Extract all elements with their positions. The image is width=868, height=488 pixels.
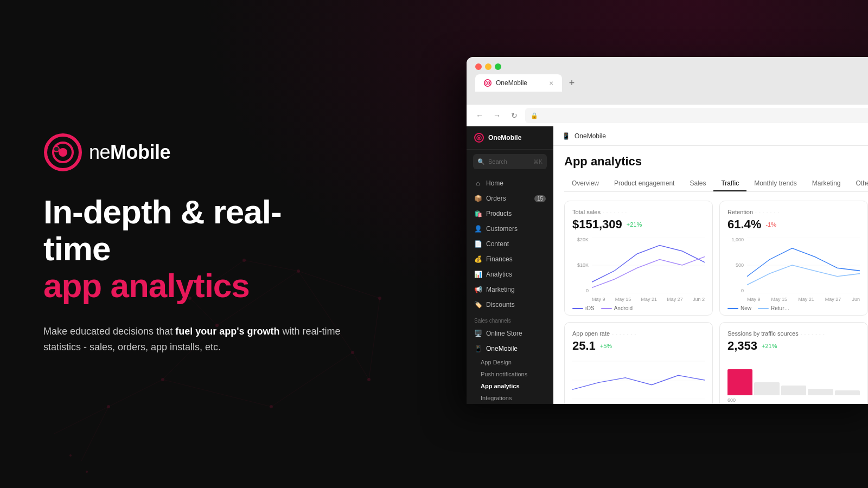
sessions-title: Sessions by traffic sources <box>727 330 860 337</box>
legend-line-return <box>758 308 769 309</box>
total-sales-title: Total sales <box>572 209 705 215</box>
sidebar-item-online-store[interactable]: 🖥️ Online Store <box>467 326 553 341</box>
orders-badge: 15 <box>534 195 546 202</box>
app-open-rate-card: App open rate 25.1 +5% <box>564 322 713 404</box>
app-open-rate-chart: 1,000 <box>572 358 705 404</box>
sessions-chart: 600 <box>727 358 860 404</box>
svg-point-29 <box>54 146 59 152</box>
page-content: App analytics Overview Product engagemen… <box>553 146 868 404</box>
app-open-rate-value: 25.1 +5% <box>572 339 705 353</box>
refresh-button[interactable]: ↻ <box>508 109 521 122</box>
legend-ios: iOS <box>572 305 595 311</box>
sessions-change: +21% <box>762 343 777 349</box>
tab-sales[interactable]: Sales <box>682 176 713 191</box>
search-icon: 🔍 <box>477 158 485 165</box>
retention-card: Retention 61.4% -1% 1,000 500 0 <box>719 201 868 316</box>
forward-button[interactable]: → <box>490 109 503 122</box>
sidebar-item-home[interactable]: ⌂ Home <box>467 176 553 191</box>
sidebar-item-label: Online Store <box>486 330 522 337</box>
sidebar-nav: ⌂ Home 📦 Orders 15 🛍️ Products 👤 Custome… <box>467 174 553 404</box>
back-button[interactable]: ← <box>473 109 486 122</box>
address-bar[interactable]: 🔒 <box>525 108 868 123</box>
sidebar-sub-integrations[interactable]: Integrations <box>467 392 553 404</box>
sidebar-sub-app-analytics[interactable]: App analytics <box>467 380 553 392</box>
tab-marketing[interactable]: Marketing <box>805 176 848 191</box>
maximize-button[interactable] <box>495 63 501 70</box>
sidebar-item-marketing[interactable]: 📢 Marketing <box>467 282 553 297</box>
breadcrumb-icon: 📱 <box>562 132 570 140</box>
y-label-bot: 0 <box>572 288 589 293</box>
logo-icon <box>43 133 82 172</box>
close-button[interactable] <box>475 63 482 70</box>
retention-chart: 1,000 500 0 <box>727 237 860 311</box>
tab-bar: OneMobile ✕ + <box>475 74 868 92</box>
retention-chart-container: 1,000 500 0 <box>727 237 860 302</box>
search-shortcut: ⌘K <box>533 159 542 165</box>
open-rate-svg <box>572 358 705 402</box>
sidebar-header: OneMobile <box>467 126 553 150</box>
legend-line-android <box>601 308 612 309</box>
page-title: App analytics <box>564 155 868 169</box>
breadcrumb: OneMobile <box>575 132 606 140</box>
legend-android: Android <box>601 305 633 311</box>
chart-container: $20K $10K 0 <box>572 237 705 302</box>
sidebar-item-content[interactable]: 📄 Content <box>467 236 553 252</box>
online-store-icon: 🖥️ <box>474 330 482 337</box>
browser-chrome: OneMobile ✕ + <box>467 57 868 105</box>
y-label-mid: $10K <box>572 262 589 268</box>
legend-return: Retur… <box>758 305 789 311</box>
legend-line-ios <box>572 308 583 309</box>
tab-overview[interactable]: Overview <box>564 176 607 191</box>
sidebar-item-label: Customers <box>486 225 518 233</box>
new-tab-button[interactable]: + <box>564 75 579 91</box>
retention-change: -1% <box>765 221 776 228</box>
tab-close-button[interactable]: ✕ <box>549 80 553 86</box>
total-sales-change: +21% <box>627 221 642 228</box>
sidebar-sub-app-design[interactable]: App Design <box>467 356 553 368</box>
sidebar-logo <box>474 133 484 143</box>
chart-legend: iOS Android <box>572 305 705 311</box>
search-input-wrapper[interactable]: 🔍 Search ⌘K <box>473 154 547 169</box>
x-axis: May 9 May 15 May 21 May 27 Jun 2 <box>592 297 705 302</box>
total-sales-svg <box>592 237 705 293</box>
sales-channels-title: Sales channels <box>467 312 553 326</box>
sidebar-search-area: 🔍 Search ⌘K <box>467 150 553 174</box>
marketing-icon: 📢 <box>474 286 482 293</box>
products-icon: 🛍️ <box>474 210 482 217</box>
sidebar-item-label: OneMobile <box>486 345 518 352</box>
search-placeholder: Search <box>488 158 507 165</box>
tab-title: OneMobile <box>496 79 527 87</box>
retention-legend: New Retur… <box>727 305 860 311</box>
sidebar-item-onemobile[interactable]: 📱 OneMobile <box>467 341 553 356</box>
sidebar-sub-push-notifications[interactable]: Push notifications <box>467 368 553 380</box>
sidebar-item-orders[interactable]: 📦 Orders 15 <box>467 191 553 206</box>
sidebar-item-label: Products <box>486 210 512 217</box>
retention-title: Retention <box>727 209 860 215</box>
app-open-rate-change: +5% <box>600 343 612 349</box>
sidebar-item-discounts[interactable]: 🏷️ Discounts <box>467 297 553 312</box>
minimize-button[interactable] <box>485 63 492 70</box>
tab-product-engagement[interactable]: Product engagement <box>607 176 682 191</box>
browser-tab[interactable]: OneMobile ✕ <box>475 74 562 92</box>
tab-monthly-trends[interactable]: Monthly trends <box>746 176 805 191</box>
tab-others[interactable]: Others <box>848 176 868 191</box>
discounts-icon: 🏷️ <box>474 301 482 309</box>
top-bar: 📱 OneMobile <box>553 126 868 146</box>
sidebar-item-label: Home <box>486 179 503 187</box>
sidebar-item-customers[interactable]: 👤 Customers <box>467 221 553 236</box>
y-axis-retention: 1,000 500 0 <box>727 237 744 293</box>
legend-new: New <box>727 305 751 311</box>
traffic-lights <box>475 63 868 70</box>
sidebar-item-products[interactable]: 🛍️ Products <box>467 206 553 221</box>
tab-traffic[interactable]: Traffic <box>713 176 746 191</box>
tab-favicon <box>484 79 492 87</box>
sidebar-item-analytics[interactable]: 📊 Analytics <box>467 267 553 282</box>
logo-area: neMobile <box>43 133 347 172</box>
sidebar-item-label: Content <box>486 240 509 248</box>
sidebar-item-finances[interactable]: 💰 Finances <box>467 252 553 267</box>
sidebar-item-label: Orders <box>486 195 506 202</box>
customers-icon: 👤 <box>474 225 482 233</box>
subtext: Make educated decisions that fuel your a… <box>43 324 347 355</box>
x-axis-retention: May 9 May 15 May 21 May 27 Jun <box>747 297 860 302</box>
y-axis: $20K $10K 0 <box>572 237 589 293</box>
